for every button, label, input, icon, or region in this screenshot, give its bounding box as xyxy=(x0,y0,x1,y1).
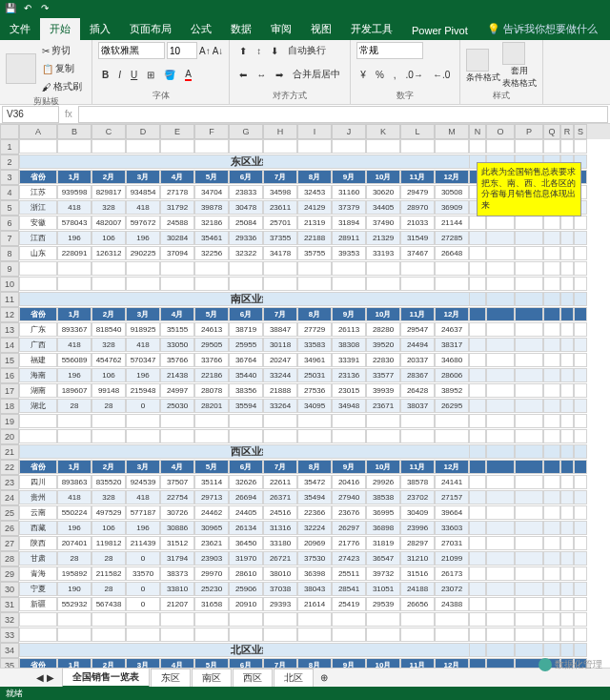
cell[interactable]: 34948 xyxy=(332,399,366,413)
cell[interactable]: 3月 xyxy=(126,170,160,184)
cell[interactable] xyxy=(194,429,229,443)
cell[interactable]: 126312 xyxy=(92,246,126,260)
cell[interactable] xyxy=(515,231,543,245)
comma-icon[interactable]: , xyxy=(390,68,400,82)
cell[interactable] xyxy=(560,246,574,260)
cell[interactable]: 24388 xyxy=(435,597,469,611)
cell[interactable] xyxy=(469,353,486,367)
sheet-tab[interactable]: 东区 xyxy=(151,669,191,688)
cell[interactable]: 26694 xyxy=(229,490,263,504)
cell[interactable]: 31051 xyxy=(366,582,400,596)
cell[interactable]: 196 xyxy=(126,368,160,382)
cell[interactable]: 5月 xyxy=(194,460,229,474)
cell[interactable] xyxy=(486,551,515,566)
cell[interactable]: 328 xyxy=(92,490,126,504)
cell[interactable] xyxy=(574,292,587,306)
cell[interactable]: 552932 xyxy=(57,597,92,611)
cell[interactable] xyxy=(543,414,560,428)
cell[interactable]: 0 xyxy=(126,582,160,596)
cell[interactable]: 32626 xyxy=(229,475,263,489)
cell[interactable] xyxy=(543,597,560,611)
cell[interactable]: 33180 xyxy=(263,536,297,550)
cell[interactable] xyxy=(126,643,160,657)
cell[interactable]: 24129 xyxy=(297,200,332,215)
cell[interactable]: 21329 xyxy=(366,231,400,245)
sheet-tab[interactable]: 南区 xyxy=(192,669,232,688)
cell[interactable] xyxy=(560,353,574,367)
cell[interactable] xyxy=(160,444,194,459)
cell[interactable] xyxy=(560,216,574,230)
cell[interactable] xyxy=(469,307,486,321)
row-header[interactable]: 5 xyxy=(0,200,19,216)
cell[interactable]: 23671 xyxy=(366,399,400,413)
cell[interactable] xyxy=(469,368,486,382)
cell[interactable] xyxy=(160,612,194,627)
cell[interactable] xyxy=(469,460,486,474)
cell[interactable] xyxy=(515,612,543,627)
cell[interactable] xyxy=(19,414,57,428)
cell[interactable] xyxy=(263,154,297,169)
cell[interactable] xyxy=(515,414,543,428)
cell[interactable]: 36547 xyxy=(366,551,400,566)
cell[interactable]: 28970 xyxy=(400,200,435,215)
cell[interactable]: 21207 xyxy=(160,597,194,611)
cell[interactable] xyxy=(574,643,587,657)
cell[interactable]: 27940 xyxy=(332,490,366,504)
cell[interactable]: 28 xyxy=(92,399,126,413)
cell[interactable] xyxy=(57,277,92,291)
cell[interactable] xyxy=(194,277,229,291)
cell[interactable]: 3月 xyxy=(126,307,160,321)
cell[interactable] xyxy=(126,292,160,306)
cell[interactable] xyxy=(574,246,587,260)
cell[interactable] xyxy=(263,139,297,154)
cell[interactable] xyxy=(297,154,332,169)
cell[interactable] xyxy=(486,429,515,443)
cell[interactable] xyxy=(469,139,486,154)
cell[interactable] xyxy=(229,414,263,428)
cell[interactable]: 1月 xyxy=(57,170,92,184)
cell[interactable]: 28 xyxy=(57,399,92,413)
cell[interactable]: 35472 xyxy=(297,475,332,489)
cell[interactable]: 26297 xyxy=(332,521,366,535)
cell[interactable] xyxy=(366,261,400,276)
cell[interactable] xyxy=(194,444,229,459)
cell[interactable] xyxy=(19,444,57,459)
cell[interactable] xyxy=(194,414,229,428)
percent-icon[interactable]: % xyxy=(372,68,388,82)
col-header[interactable]: B xyxy=(57,124,92,139)
cell[interactable]: 25084 xyxy=(229,216,263,230)
cell[interactable] xyxy=(574,582,587,596)
cell[interactable]: 195892 xyxy=(57,566,92,581)
cell[interactable]: 广西 xyxy=(19,338,57,352)
cell[interactable] xyxy=(560,399,574,413)
cell[interactable] xyxy=(469,643,486,657)
cell[interactable]: 24516 xyxy=(263,505,297,520)
cell[interactable] xyxy=(560,292,574,306)
cell[interactable] xyxy=(400,414,435,428)
cell[interactable]: 35594 xyxy=(229,399,263,413)
cell[interactable]: 23611 xyxy=(263,200,297,215)
cell[interactable] xyxy=(469,551,486,566)
row-header[interactable]: 20 xyxy=(0,429,19,444)
cell[interactable] xyxy=(486,261,515,276)
align-top-icon[interactable]: ⬆ xyxy=(235,44,251,58)
row-header[interactable]: 14 xyxy=(0,338,19,353)
undo-icon[interactable]: ↶ xyxy=(21,3,34,16)
cell[interactable] xyxy=(515,216,543,230)
cell[interactable] xyxy=(92,628,126,642)
cell[interactable] xyxy=(574,277,587,291)
cell[interactable]: 省份 xyxy=(19,307,57,321)
cell[interactable] xyxy=(57,643,92,657)
cell[interactable]: 12月 xyxy=(435,658,469,668)
cell[interactable]: 570347 xyxy=(126,353,160,367)
cell[interactable] xyxy=(297,277,332,291)
cell[interactable] xyxy=(543,460,560,474)
cell[interactable] xyxy=(332,628,366,642)
cell[interactable] xyxy=(297,643,332,657)
cell[interactable]: 38719 xyxy=(229,322,263,337)
cell[interactable]: 29393 xyxy=(263,597,297,611)
cell[interactable]: 597672 xyxy=(126,216,160,230)
cell[interactable]: 32224 xyxy=(297,521,332,535)
cell[interactable]: 2月 xyxy=(92,460,126,474)
cell[interactable]: 34405 xyxy=(366,200,400,215)
